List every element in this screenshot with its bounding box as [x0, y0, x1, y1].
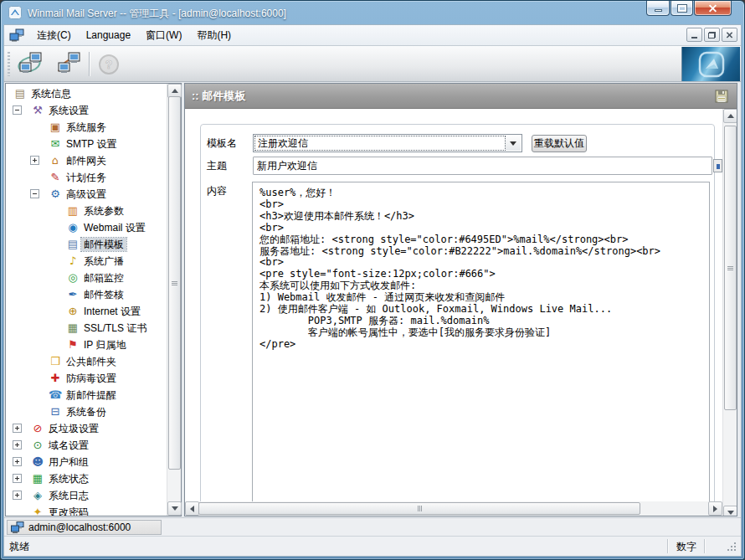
- content-header: :: 邮件模板: [185, 84, 737, 109]
- tree-item[interactable]: ⚙高级设置: [6, 186, 167, 203]
- mdi-close-button[interactable]: [722, 28, 737, 42]
- toolbar-grip[interactable]: [8, 52, 10, 76]
- title-bar[interactable]: Winmail Mail Server -- 管理工具 - [admin@loc…: [1, 1, 744, 24]
- mdi-minimize-button[interactable]: [686, 28, 702, 42]
- status-numlock: 数字: [670, 540, 702, 554]
- antispam-icon: ⊘: [30, 422, 45, 435]
- expand-plus-icon[interactable]: [13, 440, 22, 450]
- scroll-up-button[interactable]: [723, 109, 737, 123]
- tree-item[interactable]: ▦系统状态: [6, 470, 167, 487]
- template-content-textarea[interactable]: [252, 182, 710, 516]
- menu-help[interactable]: 帮助(H): [189, 26, 239, 45]
- antivirus-icon: ✚: [48, 372, 63, 385]
- tree-scroll-thumb[interactable]: [168, 96, 181, 470]
- maximize-button[interactable]: [670, 1, 693, 16]
- content-horizontal-scrollbar[interactable]: [185, 501, 722, 516]
- subject-label: 主题: [207, 157, 227, 175]
- main-area: ▤系统信息⚒系统设置▣系统服务✉SMTP 设置⌂邮件网关✎计划任务⚙高级设置▥系…: [4, 82, 741, 517]
- winmail-logo-icon: [681, 47, 740, 81]
- tree-item-label: 系统参数: [81, 204, 126, 218]
- expand-plus-icon[interactable]: [13, 491, 22, 500]
- content-vertical-scrollbar[interactable]: [722, 109, 737, 516]
- expand-plus-icon[interactable]: [30, 156, 39, 165]
- tree-item[interactable]: ⊙域名设置: [6, 437, 167, 454]
- subject-input[interactable]: [253, 157, 712, 175]
- minimize-button[interactable]: [646, 1, 670, 16]
- tree-item-label: 系统服务: [64, 121, 109, 134]
- toolbar: ?: [4, 46, 741, 82]
- scroll-right-button[interactable]: [708, 501, 722, 516]
- tree-item[interactable]: ▤邮件模板: [6, 236, 167, 253]
- tree-item[interactable]: ✒邮件签核: [6, 286, 167, 303]
- tree-item[interactable]: ⌂邮件网关: [6, 152, 167, 169]
- menu-language[interactable]: Language: [79, 27, 138, 44]
- save-button[interactable]: [713, 88, 730, 105]
- mdi-close-icon: [727, 32, 732, 38]
- scroll-down-button[interactable]: [723, 506, 737, 516]
- tree-item[interactable]: ▦SSL/TLS 证书: [6, 320, 167, 337]
- reload-default-button[interactable]: 重载默认值: [532, 135, 587, 152]
- scroll-left-button[interactable]: [185, 501, 199, 516]
- expand-plus-icon[interactable]: [13, 424, 22, 433]
- tree-item-label: 系统广播: [81, 254, 126, 268]
- tree-item[interactable]: ▣系统服务: [6, 119, 167, 136]
- content-body: 模板名 注册欢迎信 重载默认值 主题 内容: [185, 109, 737, 516]
- disconnect-button[interactable]: [51, 49, 86, 80]
- mdi-restore-button[interactable]: [704, 28, 720, 42]
- tree-item[interactable]: ▤系统信息: [6, 85, 167, 102]
- subject-side-button[interactable]: [713, 159, 722, 172]
- tree-item[interactable]: ⊟系统备份: [6, 403, 167, 420]
- expand-plus-icon[interactable]: [13, 474, 22, 483]
- close-button[interactable]: [694, 1, 732, 16]
- tree-item[interactable]: ✎计划任务: [6, 169, 167, 186]
- expand-plus-icon[interactable]: [13, 457, 22, 466]
- connect-button[interactable]: [13, 49, 48, 80]
- info-doc-icon: ▤: [13, 87, 28, 100]
- tree-item[interactable]: ✚防病毒设置: [6, 370, 167, 387]
- advanced-icon: ⚙: [48, 188, 63, 201]
- content-hscroll-thumb[interactable]: [198, 502, 640, 515]
- mail-sign-icon: ✒: [65, 288, 80, 301]
- system-logs-icon: ◈: [30, 489, 45, 502]
- tree-item-label: 邮件网关: [64, 154, 109, 167]
- domain-icon: ⊙: [30, 439, 45, 452]
- tree-item[interactable]: ✦更改密码: [6, 504, 167, 516]
- collapse-minus-icon[interactable]: [30, 189, 39, 198]
- tree-item[interactable]: ♪系统广播: [6, 253, 167, 270]
- mdi-child-icon: [9, 28, 24, 42]
- tree-item[interactable]: ▥系统参数: [6, 203, 167, 219]
- backup-icon: ⊟: [48, 405, 63, 419]
- connection-indicator[interactable]: admin@localhost:6000: [7, 520, 162, 535]
- tree-scrollbar[interactable]: [167, 84, 181, 516]
- tasks-icon: ✎: [48, 171, 63, 184]
- status-separator: [704, 539, 705, 553]
- menu-connect[interactable]: 连接(C): [29, 26, 79, 45]
- system-services-icon: ▣: [48, 121, 63, 134]
- help-button[interactable]: ?: [91, 49, 126, 80]
- tree-item[interactable]: ☎新邮件提醒: [6, 387, 167, 403]
- tree-item[interactable]: ◎邮箱监控: [6, 270, 167, 286]
- connection-bar: admin@localhost:6000: [4, 517, 741, 536]
- collapse-minus-icon[interactable]: [13, 105, 22, 115]
- template-name-select[interactable]: 注册欢迎信: [253, 134, 522, 152]
- template-icon: ▤: [65, 238, 80, 251]
- params-icon: ▥: [65, 204, 80, 218]
- arrow-right-icon: [713, 506, 721, 512]
- tree-item[interactable]: ◈系统日志: [6, 487, 167, 504]
- combo-dropdown-button[interactable]: [506, 136, 521, 151]
- tree-item[interactable]: ⚑IP 归属地: [6, 337, 167, 353]
- tree-item[interactable]: ✉SMTP 设置: [6, 136, 167, 152]
- tree-item[interactable]: ⚒系统设置: [6, 102, 167, 119]
- tree-item[interactable]: ⊕Internet 设置: [6, 303, 167, 320]
- scroll-down-button[interactable]: [167, 501, 182, 516]
- internet-icon: ⊕: [65, 305, 80, 318]
- content-scroll-thumb[interactable]: [724, 126, 737, 410]
- tree-item[interactable]: ⊘反垃圾设置: [6, 420, 167, 437]
- menu-window[interactable]: 窗口(W): [138, 26, 189, 45]
- resize-grip[interactable]: [727, 542, 737, 552]
- connection-text: admin@localhost:6000: [28, 521, 131, 533]
- tree-item[interactable]: ❒公共邮件夹: [6, 353, 167, 370]
- tree-item[interactable]: ◉Webmail 设置: [6, 219, 167, 236]
- tree-item[interactable]: ☻用户和组: [6, 454, 167, 470]
- tree-item-label: 邮件签核: [81, 288, 126, 301]
